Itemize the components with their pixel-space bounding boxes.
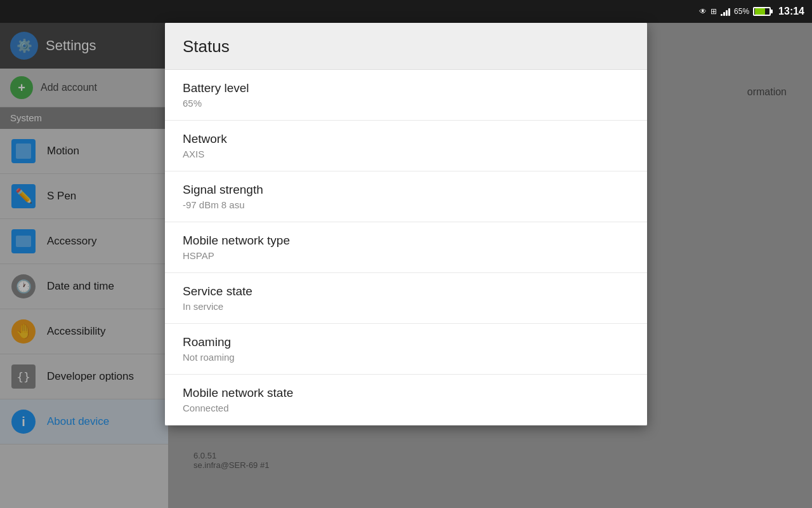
- network-value: AXIS: [183, 149, 629, 159]
- network-label: Network: [183, 132, 629, 146]
- status-mobile-type-item: Mobile network type HSPAP: [165, 222, 647, 273]
- service-value: In service: [183, 301, 629, 312]
- status-roaming-item: Roaming Not roaming: [165, 324, 647, 375]
- battery-percent: 65%: [734, 7, 749, 16]
- mobile-type-label: Mobile network type: [183, 234, 629, 248]
- mobile-type-value: HSPAP: [183, 250, 629, 261]
- signal-bars-icon: [721, 7, 730, 16]
- modal-body[interactable]: Battery level 65% Network AXIS Signal st…: [165, 70, 647, 425]
- main-layout: ⚙️ Settings + Add account System Motion …: [0, 23, 812, 508]
- status-time: 13:14: [778, 6, 804, 17]
- status-modal: Status Battery level 65% Network AXIS Si…: [165, 23, 647, 425]
- status-mobile-state-item: Mobile network state Connected: [165, 375, 647, 425]
- status-bar: 👁 ⊞ 65% 13:14: [0, 0, 812, 23]
- roaming-label: Roaming: [183, 335, 629, 349]
- service-label: Service state: [183, 284, 629, 298]
- signal-value: -97 dBm 8 asu: [183, 199, 629, 210]
- status-network-item: Network AXIS: [165, 121, 647, 171]
- battery-label: Battery level: [183, 81, 629, 95]
- modal-title-bar: Status: [165, 23, 647, 70]
- network-icon: ⊞: [710, 7, 717, 16]
- eye-icon: 👁: [699, 7, 707, 16]
- battery-value: 65%: [183, 98, 629, 109]
- mobile-state-label: Mobile network state: [183, 386, 629, 400]
- status-service-item: Service state In service: [165, 273, 647, 324]
- battery-icon: [753, 7, 771, 16]
- mobile-state-value: Connected: [183, 403, 629, 413]
- status-signal-item: Signal strength -97 dBm 8 asu: [165, 171, 647, 222]
- status-icons: 👁 ⊞ 65% 13:14: [699, 6, 804, 17]
- modal-overlay[interactable]: Status Battery level 65% Network AXIS Si…: [0, 23, 812, 508]
- roaming-value: Not roaming: [183, 352, 629, 363]
- status-battery-item: Battery level 65%: [165, 70, 647, 121]
- signal-label: Signal strength: [183, 183, 629, 197]
- modal-title: Status: [183, 37, 230, 56]
